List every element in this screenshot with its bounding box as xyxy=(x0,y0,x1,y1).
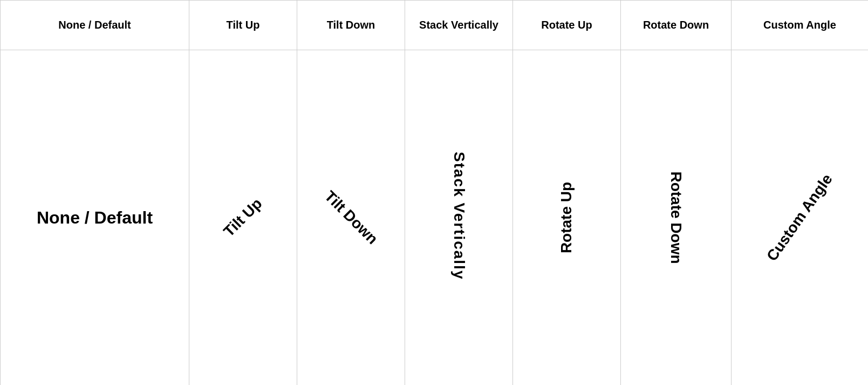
cell-custom-angle-text: Custom Angle xyxy=(763,171,836,265)
header-rotate-up: Rotate Up xyxy=(513,1,621,50)
cell-stack-vertically-text: Stack Vertically xyxy=(450,152,468,280)
header-none: None / Default xyxy=(1,1,189,50)
cell-tilt-down: Tilt Down xyxy=(297,50,405,386)
header-stack-vertically: Stack Vertically xyxy=(405,1,513,50)
cell-tilt-up-text: Tilt Up xyxy=(221,195,266,240)
header-tilt-up: Tilt Up xyxy=(189,1,297,50)
cell-stack-vertically: Stack Vertically xyxy=(405,50,513,386)
cell-tilt-down-text: Tilt Down xyxy=(321,187,381,247)
cell-rotate-up-text: Rotate Up xyxy=(558,182,575,253)
cell-none-text: None / Default xyxy=(37,208,153,227)
cell-rotate-down-text: Rotate Down xyxy=(667,171,685,264)
cell-custom-angle: Custom Angle xyxy=(732,50,869,386)
cell-rotate-down: Rotate Down xyxy=(621,50,732,386)
header-custom-angle: Custom Angle xyxy=(732,1,869,50)
header-rotate-down: Rotate Down xyxy=(621,1,732,50)
cell-none: None / Default xyxy=(1,50,189,386)
header-tilt-down: Tilt Down xyxy=(297,1,405,50)
cell-tilt-up: Tilt Up xyxy=(189,50,297,386)
cell-rotate-up: Rotate Up xyxy=(513,50,621,386)
